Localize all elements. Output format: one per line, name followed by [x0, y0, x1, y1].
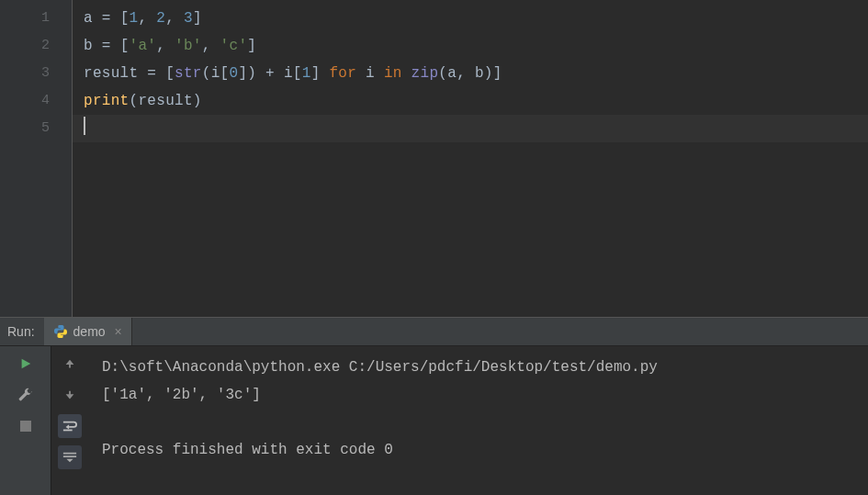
close-icon[interactable]: ×: [111, 325, 122, 338]
code-line[interactable]: b = ['a', 'b', 'c']: [73, 32, 868, 60]
text-caret: [84, 117, 85, 135]
svg-rect-0: [20, 421, 31, 432]
soft-wrap-button[interactable]: [58, 414, 82, 438]
python-file-icon: [53, 324, 68, 339]
run-body: D:\soft\Anaconda\python.exe C:/Users/pdc…: [0, 346, 868, 495]
line-number: 1: [0, 5, 72, 32]
run-tab-label: demo: [73, 324, 106, 339]
code-line[interactable]: print(result): [73, 87, 868, 115]
code-line[interactable]: a = [1, 2, 3]: [73, 5, 868, 32]
line-number: 5: [0, 115, 72, 142]
run-left-toolbar: [0, 346, 51, 495]
console-output[interactable]: D:\soft\Anaconda\python.exe C:/Users/pdc…: [87, 346, 868, 495]
down-button[interactable]: [58, 383, 82, 407]
run-mid-toolbar: [51, 346, 87, 495]
run-tab[interactable]: demo ×: [44, 318, 132, 345]
wrench-button[interactable]: [14, 383, 38, 407]
line-number: 3: [0, 60, 72, 87]
editor-gutter: 12345: [0, 0, 72, 317]
editor-code-area[interactable]: a = [1, 2, 3]b = ['a', 'b', 'c']result =…: [72, 0, 868, 317]
up-button[interactable]: [58, 352, 82, 376]
code-line[interactable]: result = [str(i[0]) + i[1] for i in zip(…: [73, 60, 868, 87]
run-title: Run:: [0, 324, 44, 339]
run-header: Run: demo ×: [0, 317, 868, 346]
run-tool-window: Run: demo ×: [0, 317, 868, 495]
line-number: 4: [0, 87, 72, 115]
code-line[interactable]: [73, 115, 868, 142]
scroll-end-button[interactable]: [58, 445, 82, 469]
stop-button[interactable]: [14, 414, 38, 438]
editor-pane[interactable]: 12345 a = [1, 2, 3]b = ['a', 'b', 'c']re…: [0, 0, 868, 317]
rerun-button[interactable]: [14, 352, 38, 376]
line-number: 2: [0, 32, 72, 60]
